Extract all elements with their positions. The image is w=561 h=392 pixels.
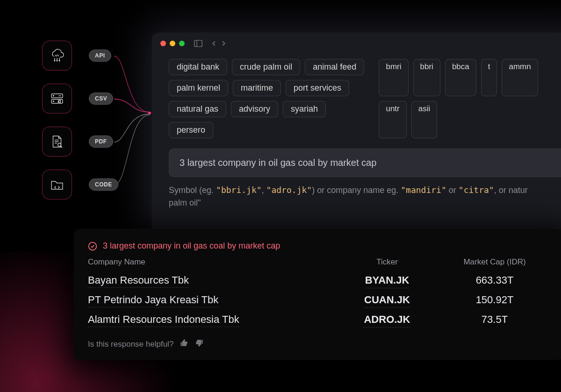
server-csv-icon [49,91,65,107]
chip-ticker[interactable]: bbri [413,59,440,96]
chip-topic[interactable]: animal feed [305,59,364,75]
suggestion-chips-area: digital bank crude palm oil animal feed … [152,54,561,138]
code-icon-box[interactable] [42,170,72,200]
folder-code-icon [49,177,65,192]
query-browser-window: digital bank crude palm oil animal feed … [152,33,561,234]
cell-cap: 150.92T [476,294,514,306]
nav-forward-icon[interactable] [220,40,227,47]
chip-ticker[interactable]: ammn [502,59,538,96]
cell-ticker[interactable]: CUAN.JK [364,294,410,308]
cell-ticker[interactable]: ADRO.JK [364,314,410,328]
search-input[interactable]: 3 largest company in oil gas coal by mar… [169,149,561,177]
col-ticker: Ticker [336,257,439,267]
chip-topic[interactable]: syariah [283,101,326,117]
results-title: 3 largest company in oil gas coal by mar… [103,241,280,251]
table-row: PT Petrindo Jaya Kreasi Tbk CUAN.JK 150.… [88,291,551,311]
side-row-pdf: PDF [42,127,118,157]
maximize-dot[interactable] [179,41,185,46]
api-pill[interactable]: API [89,50,111,62]
api-icon-box[interactable]: API [42,41,72,71]
topic-chips: digital bank crude palm oil animal feed … [169,59,365,138]
svg-point-5 [57,60,58,61]
thumbs-up-icon[interactable] [180,339,188,349]
cloud-api-icon: API [49,48,65,64]
side-row-api: API API [42,41,118,71]
results-table: Company Name Ticker Market Cap (IDR) Bay… [88,257,551,330]
svg-point-6 [59,60,60,61]
chip-topic[interactable]: port services [286,80,349,96]
results-title-row: 3 largest company in oil gas coal by mar… [88,241,551,251]
chip-ticker[interactable]: untr [379,101,406,138]
results-card: 3 largest company in oil gas coal by mar… [74,229,561,360]
chip-topic[interactable]: crude palm oil [232,59,300,75]
check-circle-icon [88,242,97,251]
pdf-pill[interactable]: PDF [89,135,113,148]
csv-icon-box[interactable] [42,84,72,114]
csv-pill[interactable]: CSV [89,93,113,105]
side-row-csv: CSV [42,84,118,114]
close-dot[interactable] [160,41,166,46]
chip-topic[interactable]: digital bank [169,59,227,75]
window-titlebar [152,33,561,54]
chip-ticker[interactable]: t [481,59,497,96]
svg-point-8 [53,95,54,96]
thumbs-down-icon[interactable] [195,339,203,349]
chip-ticker[interactable]: bmri [379,59,408,96]
search-hint: Symbol (eg. "bbri.jk", "adro.jk") or com… [169,184,561,209]
document-pdf-icon [49,134,65,150]
cell-company[interactable]: Bayan Resources Tbk [88,274,189,288]
svg-rect-18 [194,40,202,47]
minimize-dot[interactable] [170,41,175,46]
side-row-code: CODE [42,170,118,200]
chip-topic[interactable]: persero [169,122,213,138]
ticker-chips: bmri bbri bbca t ammn untr asii [379,59,561,138]
cell-cap: 663.33T [476,274,514,286]
table-row: Alamtri Resources Indonesia Tbk ADRO.JK … [88,311,551,330]
chip-topic[interactable]: natural gas [169,101,226,117]
chip-topic[interactable]: maritime [233,80,281,96]
nav-back-icon[interactable] [211,40,217,47]
svg-point-17 [148,112,151,114]
cell-cap: 73.5T [482,314,508,325]
feedback-row: Is this response helpful? [88,339,551,349]
col-company: Company Name [88,257,336,267]
table-row: Bayan Resources Tbk BYAN.JK 663.33T [88,271,551,291]
chip-topic[interactable]: advisory [231,101,278,117]
pdf-icon-box[interactable] [42,127,72,157]
table-header: Company Name Ticker Market Cap (IDR) [88,257,551,267]
cell-company[interactable]: PT Petrindo Jaya Kreasi Tbk [88,294,218,307]
cell-ticker[interactable]: BYAN.JK [365,274,410,288]
code-pill[interactable]: CODE [89,178,118,191]
cell-company[interactable]: Alamtri Resources Indonesia Tbk [88,314,239,327]
feedback-prompt: Is this response helpful? [88,340,173,349]
svg-point-11 [53,101,54,102]
svg-point-4 [54,60,55,61]
sidebar-toggle-icon[interactable] [194,40,202,47]
export-formats-sidebar: API API CSV PDF CODE [42,41,118,213]
chip-ticker[interactable]: asii [411,101,438,138]
col-marketcap: Market Cap (IDR) [439,257,551,267]
chip-topic[interactable]: palm kernel [169,80,228,96]
svg-point-15 [58,143,61,146]
svg-point-20 [89,242,97,250]
chip-ticker[interactable]: bbca [445,59,476,96]
svg-text:API: API [55,54,59,57]
